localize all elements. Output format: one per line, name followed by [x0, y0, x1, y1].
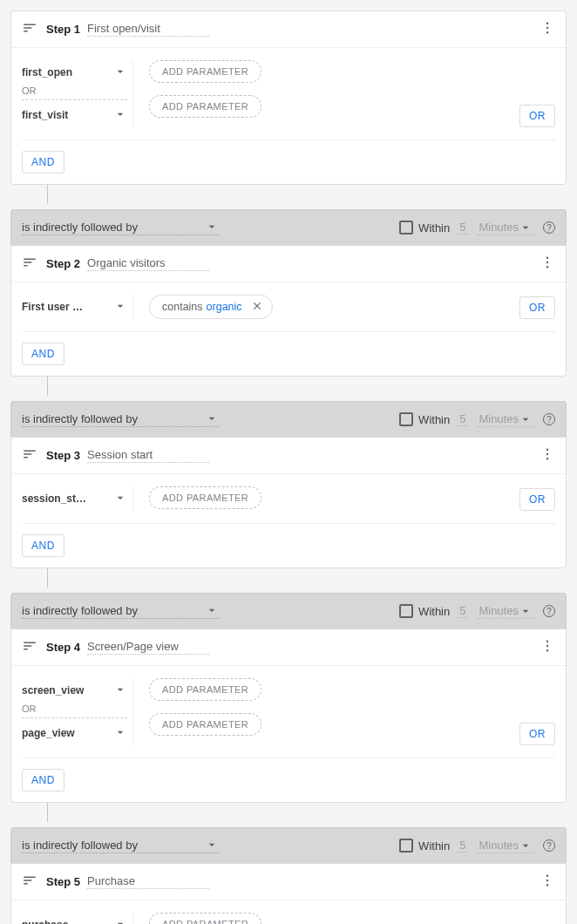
or-button[interactable]: OR — [519, 723, 555, 745]
event-select[interactable]: First user … — [22, 295, 127, 319]
within-checkbox[interactable] — [399, 412, 413, 426]
step-body: session_st…ADD PARAMETERORAND — [11, 474, 566, 567]
follow-bar: is indirectly followed byWithin5Minutes? — [10, 209, 567, 245]
within-unit-select[interactable]: Minutes — [477, 839, 534, 853]
step-name-input[interactable]: Organic visitors — [87, 256, 209, 271]
add-parameter-button[interactable]: ADD PARAMETER — [149, 60, 261, 83]
step-body: purchaseORin_app_pur…ADD PARAMETERADD PA… — [11, 900, 566, 924]
within-unit-select[interactable]: Minutes — [477, 604, 534, 619]
sort-icon[interactable] — [22, 20, 46, 38]
step-header: Step 4Screen/Page view — [11, 629, 566, 666]
within-unit-select[interactable]: Minutes — [477, 412, 534, 427]
kebab-menu-icon[interactable] — [540, 638, 555, 656]
step-number-label: Step 3 — [46, 449, 80, 462]
within-checkbox[interactable] — [399, 221, 413, 234]
event-list: First user … — [22, 295, 133, 319]
add-parameter-button[interactable]: ADD PARAMETER — [149, 486, 261, 509]
step-header: Step 1First open/visit — [11, 11, 566, 48]
follow-type-select[interactable]: is indirectly followed by — [22, 220, 219, 235]
parameters-column: ADD PARAMETERADD PARAMETER — [133, 60, 511, 118]
event-select[interactable]: page_view — [22, 721, 127, 745]
step-body: first_openORfirst_visitADD PARAMETERADD … — [11, 48, 566, 184]
chevron-down-icon — [113, 683, 127, 699]
event-select[interactable]: first_visit — [22, 103, 127, 127]
sort-icon[interactable] — [22, 638, 46, 656]
kebab-menu-icon[interactable] — [540, 20, 555, 38]
kebab-menu-icon[interactable] — [540, 446, 555, 465]
or-separator-label: OR — [22, 703, 127, 715]
step-name-input[interactable]: First open/visit — [87, 22, 209, 37]
and-row: AND — [22, 332, 555, 376]
filter-chip[interactable]: containsorganic — [149, 295, 273, 319]
or-button[interactable]: OR — [519, 105, 555, 127]
help-icon[interactable]: ? — [543, 839, 555, 852]
svg-point-9 — [546, 641, 548, 642]
parameters-column: ADD PARAMETER — [133, 486, 511, 509]
filter-value: organic — [207, 301, 242, 313]
close-icon[interactable] — [246, 300, 263, 315]
svg-point-8 — [546, 458, 548, 459]
and-button[interactable]: AND — [22, 151, 64, 173]
within-value-input[interactable]: 5 — [457, 839, 468, 853]
event-list: screen_viewORpage_view — [22, 678, 133, 745]
follow-type-label: is indirectly followed by — [22, 839, 205, 852]
event-select[interactable]: first_open — [22, 60, 127, 85]
sort-icon[interactable] — [22, 873, 46, 891]
kebab-menu-icon[interactable] — [540, 873, 555, 891]
sort-icon[interactable] — [22, 255, 46, 273]
follow-type-label: is indirectly followed by — [22, 221, 205, 234]
svg-point-12 — [546, 875, 548, 877]
follow-type-label: is indirectly followed by — [22, 604, 205, 617]
parameters-column: containsorganic — [133, 295, 511, 319]
within-checkbox[interactable] — [399, 604, 413, 618]
event-name-label: page_view — [22, 727, 75, 739]
step-name-input[interactable]: Purchase — [87, 874, 209, 889]
or-separator-label: OR — [22, 85, 127, 97]
and-button[interactable]: AND — [22, 343, 64, 365]
within-label: Within — [418, 221, 450, 234]
or-column: OR — [511, 486, 555, 511]
within-value-input[interactable]: 5 — [457, 221, 468, 234]
event-name-label: first_visit — [22, 109, 68, 121]
and-button[interactable]: AND — [22, 769, 64, 792]
add-parameter-button[interactable]: ADD PARAMETER — [149, 913, 261, 924]
step-number-label: Step 1 — [46, 23, 80, 36]
event-select[interactable]: screen_view — [22, 678, 127, 703]
event-select[interactable]: session_st… — [22, 486, 127, 511]
event-name-label: First user … — [22, 301, 83, 313]
follow-type-select[interactable]: is indirectly followed by — [22, 838, 219, 853]
step-card: Step 4Screen/Page viewscreen_viewORpage_… — [10, 628, 567, 803]
add-parameter-button[interactable]: ADD PARAMETER — [149, 713, 261, 736]
help-icon[interactable]: ? — [543, 221, 555, 234]
follow-type-select[interactable]: is indirectly followed by — [22, 411, 219, 427]
sort-icon[interactable] — [22, 446, 46, 465]
within-label: Within — [418, 605, 450, 618]
follow-bar: is indirectly followed byWithin5Minutes? — [10, 593, 567, 628]
step-name-input[interactable]: Screen/Page view — [87, 640, 209, 655]
follow-type-select[interactable]: is indirectly followed by — [22, 603, 219, 619]
kebab-menu-icon[interactable] — [540, 255, 555, 273]
within-unit-select[interactable]: Minutes — [477, 221, 534, 235]
step-name-input[interactable]: Session start — [87, 448, 209, 463]
step-header: Step 5Purchase — [11, 864, 566, 900]
event-select[interactable]: purchase — [22, 913, 127, 924]
svg-point-4 — [546, 262, 548, 263]
help-icon[interactable]: ? — [543, 413, 555, 425]
and-button[interactable]: AND — [22, 534, 64, 557]
help-icon[interactable]: ? — [543, 605, 555, 617]
add-parameter-button[interactable]: ADD PARAMETER — [149, 678, 261, 701]
or-button[interactable]: OR — [519, 296, 555, 319]
chevron-down-icon — [113, 491, 127, 507]
within-value-input[interactable]: 5 — [457, 412, 468, 426]
step-header: Step 2Organic visitors — [11, 246, 566, 282]
chevron-down-icon — [113, 725, 127, 742]
add-parameter-button[interactable]: ADD PARAMETER — [149, 95, 261, 118]
chevron-down-icon — [113, 917, 127, 925]
or-column: OR — [511, 913, 555, 924]
event-name-label: purchase — [22, 919, 68, 924]
within-value-input[interactable]: 5 — [457, 604, 468, 618]
within-checkbox[interactable] — [399, 839, 413, 853]
filter-operator: contains — [162, 301, 203, 313]
step-card: Step 5PurchasepurchaseORin_app_pur…ADD P… — [10, 863, 567, 924]
or-button[interactable]: OR — [519, 488, 555, 511]
